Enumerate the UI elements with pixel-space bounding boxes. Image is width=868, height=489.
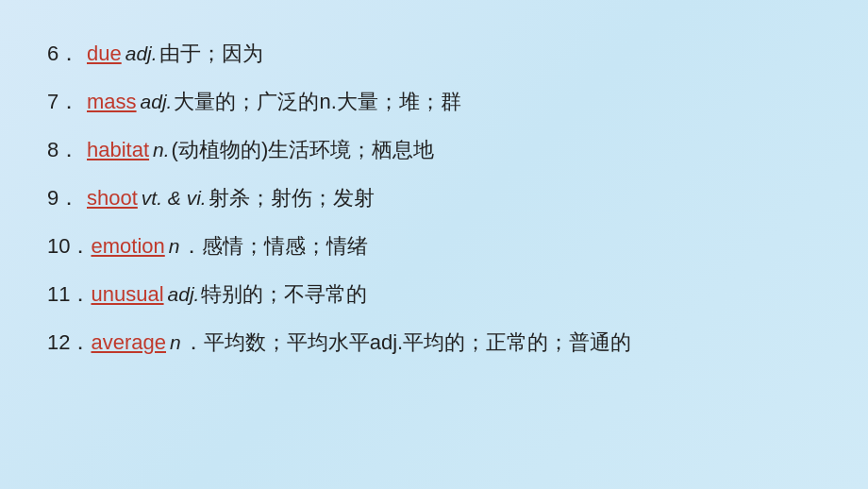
item-pos-6: adj. [125, 39, 158, 69]
item-number-11: 11． [47, 278, 91, 310]
item-word-12: average [91, 327, 166, 358]
item-word-11: unusual [91, 278, 163, 310]
vocab-item-6: 6． due adj. 由于；因为 [47, 38, 821, 69]
item-pos-12: n [170, 328, 181, 358]
item-pos-8: n. [153, 135, 170, 165]
item-pos-11: adj. [168, 279, 200, 310]
vocab-item-9: 9． shoot vt. & vi. 射杀；射伤；发射 [47, 182, 821, 213]
vocab-item-7: 7． mass adj. 大量的；广泛的 n.大量；堆；群 [47, 86, 821, 117]
item-pos-7: adj. [141, 87, 173, 117]
item-word-10: emotion [91, 230, 164, 261]
item-number-10: 10． [47, 230, 91, 261]
item-pos-10: n [169, 231, 180, 261]
item-word-8: habitat [87, 134, 149, 165]
item-number-8: 8． [47, 134, 87, 165]
item-def-12: ．平均数；平均水平 [183, 327, 370, 358]
item-number-9: 9． [47, 182, 87, 213]
vocab-item-11: 11． unusual adj. 特别的；不寻常的 [47, 278, 821, 310]
item-number-12: 12． [47, 327, 91, 358]
item-word-9: shoot [87, 182, 138, 213]
item-def-7: 大量的；广泛的 [174, 86, 319, 117]
item-extra-7: n.大量；堆；群 [319, 86, 460, 117]
vocab-item-10: 10． emotion n ．感情；情感；情绪 [47, 230, 821, 261]
item-number-7: 7． [47, 86, 87, 117]
vocab-item-12: 12． average n ．平均数；平均水平 adj.平均的；正常的；普通的 [47, 327, 821, 358]
item-def-8: (动植物的)生活环境；栖息地 [172, 134, 435, 165]
main-content: 6． due adj. 由于；因为 7． mass adj. 大量的；广泛的 n… [0, 0, 868, 403]
item-def-9: 射杀；射伤；发射 [209, 182, 375, 213]
item-word-6: due [87, 38, 122, 69]
item-extra2-12: adj.平均的；正常的；普通的 [370, 327, 631, 358]
item-def-10: ．感情；情感；情绪 [181, 230, 368, 261]
item-pos-9: vt. & vi. [142, 183, 207, 213]
item-def-11: 特别的；不寻常的 [201, 278, 367, 310]
vocab-item-8: 8． habitat n. (动植物的)生活环境；栖息地 [47, 134, 821, 165]
item-word-7: mass [87, 86, 137, 117]
item-number-6: 6． [47, 38, 87, 69]
item-def-6: 由于；因为 [159, 38, 263, 69]
